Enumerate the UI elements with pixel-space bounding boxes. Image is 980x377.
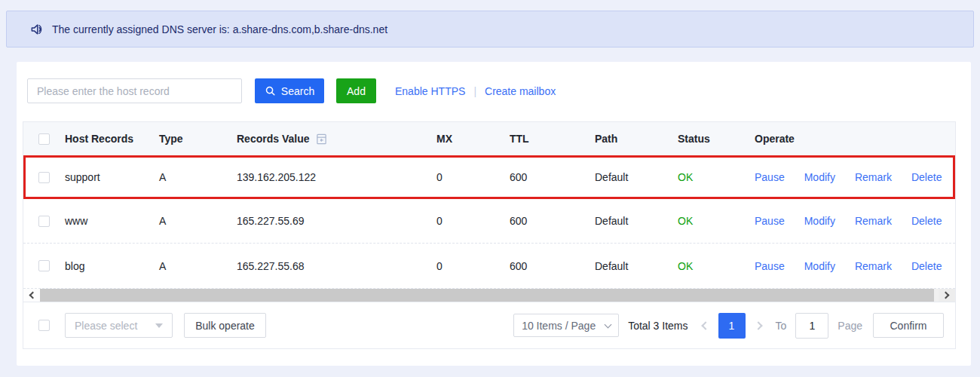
record-status: OK [678,215,755,227]
delete-link[interactable]: Delete [911,260,942,272]
row-checkbox[interactable] [38,216,50,227]
record-mx: 0 [436,171,510,183]
remark-link[interactable]: Remark [855,171,892,183]
remark-link[interactable]: Remark [855,260,892,272]
modify-link[interactable]: Modify [804,215,835,227]
create-mailbox-link[interactable]: Create mailbox [485,85,556,97]
column-header-host: Host Records [65,133,159,145]
chevron-right-icon [754,321,762,329]
banner-text: The currently assigned DNS server is: a.… [52,23,387,35]
pause-link[interactable]: Pause [755,260,785,272]
table-footer: Please select Bulk operate 10 Items / Pa… [23,302,955,348]
search-icon [265,85,276,97]
record-path: Default [595,171,678,183]
goto-label: To [776,320,787,332]
column-header-value: Records Value [237,133,310,145]
record-ttl: 600 [510,171,595,183]
next-page-button[interactable] [749,323,768,329]
delete-link[interactable]: Delete [911,215,942,227]
chevron-left-icon [701,321,709,329]
column-header-type: Type [159,133,237,145]
items-per-page-select[interactable]: 10 Items / Page [513,314,619,337]
table-header-row: Host Records Type Records Value MX TTL P… [23,122,955,155]
enable-https-link[interactable]: Enable HTTPS [395,85,465,97]
bulk-select-checkbox[interactable] [38,320,50,331]
add-record-button[interactable]: Add [336,78,376,103]
pause-link[interactable]: Pause [755,215,785,227]
horizontal-scrollbar [23,288,955,302]
search-button-label: Search [281,85,314,97]
goto-page-input[interactable] [795,313,828,339]
column-header-ttl: TTL [510,133,595,145]
pagination: 10 Items / Page Total 3 Items 1 To Page … [513,313,944,339]
chevron-left-icon [29,292,37,299]
column-header-mx: MX [436,133,510,145]
record-value: 165.227.55.68 [237,260,436,272]
chevron-right-icon [942,292,950,299]
total-items-label: Total 3 Items [628,320,688,332]
record-path: Default [595,215,678,227]
caret-down-icon [155,323,163,328]
record-path: Default [595,260,678,272]
record-value: 165.227.55.69 [237,215,436,227]
items-per-page-value: 10 Items / Page [522,320,596,332]
host-record: www [65,215,159,227]
modify-link[interactable]: Modify [804,260,835,272]
delete-link[interactable]: Delete [911,171,942,183]
bulk-action-select-value: Please select [75,320,137,332]
confirm-button[interactable]: Confirm [873,313,944,338]
table-row: blog A 165.227.55.68 0 600 Default OK Pa… [23,243,955,288]
record-mx: 0 [436,260,510,272]
record-ttl: 600 [510,260,595,272]
select-all-checkbox[interactable] [38,133,50,145]
row-checkbox[interactable] [38,260,50,271]
record-type: A [159,171,237,183]
modify-link[interactable]: Modify [804,171,835,183]
speaker-icon [29,22,44,37]
link-separator: | [473,85,476,97]
records-value-collapse-icon[interactable] [316,133,327,145]
row-checkbox[interactable] [38,172,50,183]
scroll-left-button[interactable] [23,289,40,302]
table-row: support A 139.162.205.122 0 600 Default … [23,155,955,199]
bulk-operate-button[interactable]: Bulk operate [184,313,266,338]
scroll-right-button[interactable] [939,289,955,302]
record-mx: 0 [436,215,510,227]
record-type: A [159,260,237,272]
column-header-status: Status [678,133,755,145]
current-page-button[interactable]: 1 [718,313,746,339]
search-button[interactable]: Search [255,78,324,103]
scrollbar-thumb[interactable] [40,289,934,302]
dns-records-card: Search Add Enable HTTPS | Create mailbox… [17,62,971,366]
records-table: Host Records Type Records Value MX TTL P… [23,121,956,349]
bulk-action-select[interactable]: Please select [65,313,173,338]
host-record: blog [65,260,159,272]
page-label: Page [838,320,862,332]
pause-link[interactable]: Pause [755,171,785,183]
column-header-path: Path [595,133,678,145]
prev-page-button[interactable] [696,323,715,329]
host-record-search-input[interactable] [27,78,242,103]
chevron-down-icon [605,320,612,328]
column-header-operate: Operate [755,133,955,145]
dns-server-banner: The currently assigned DNS server is: a.… [6,11,974,48]
remark-link[interactable]: Remark [855,215,892,227]
host-record: support [65,171,159,183]
table-row: www A 165.227.55.69 0 600 Default OK Pau… [23,199,955,243]
record-value: 139.162.205.122 [237,171,436,183]
record-type: A [159,215,237,227]
record-status: OK [678,171,755,183]
toolbar: Search Add Enable HTTPS | Create mailbox [17,62,971,103]
record-ttl: 600 [510,215,595,227]
record-status: OK [678,260,755,272]
